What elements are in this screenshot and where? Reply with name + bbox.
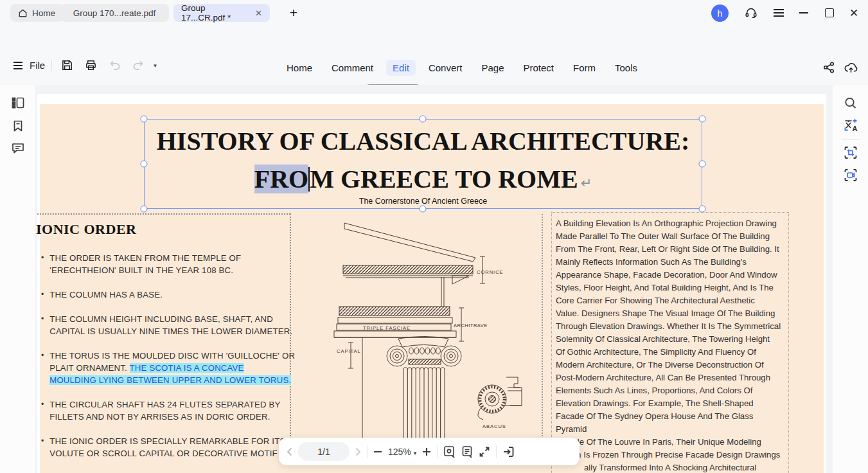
pdf-page: HISTORY OF CLASSICAL ARCHITECTURE: FROM … xyxy=(37,94,826,473)
titlebar: Home Group 170...reate.pdf Group 17...CR… xyxy=(0,0,868,26)
toolbar: Edit All xyxy=(0,55,868,85)
resize-handle-ne[interactable] xyxy=(699,116,706,123)
svg-text:A: A xyxy=(852,125,857,132)
avatar[interactable]: h xyxy=(711,4,729,22)
elevation-text-line: Elements Such As Lines, Proportions, And… xyxy=(556,384,784,397)
bullet-marker: • xyxy=(41,435,44,460)
divider xyxy=(437,445,438,458)
search-icon[interactable] xyxy=(844,96,857,110)
hamburger-menu-icon[interactable] xyxy=(773,8,784,18)
thumbnails-panel-icon[interactable] xyxy=(12,96,24,109)
left-column-top-border xyxy=(37,213,290,215)
comments-panel-icon[interactable] xyxy=(12,142,24,154)
minimize-button[interactable] xyxy=(799,12,808,13)
chevron-down-icon: ▾ xyxy=(414,450,417,456)
elevation-text-block[interactable]: A Building Elevation Is An Orthographic … xyxy=(556,217,784,473)
bullet-item: •THE ORDER IS TAKEN FROM THE TEMPLE OF'E… xyxy=(41,252,298,276)
elevation-text-line: Solemnity Of Classical Architecture, The… xyxy=(556,333,784,346)
resize-handle-nw[interactable] xyxy=(141,116,148,123)
crop-capture-icon[interactable] xyxy=(844,146,857,159)
paragraph-return-mark: ↵ xyxy=(581,175,592,190)
pdf-editor-window: Home Group 170...reate.pdf Group 17...CR… xyxy=(0,0,868,473)
previous-page-button[interactable] xyxy=(287,447,292,456)
right-sidebar: A xyxy=(833,85,868,473)
page-layout-button[interactable] xyxy=(461,445,473,458)
divider xyxy=(496,445,497,458)
elevation-text-line: Appearance Shape, Facade Decoration, Doo… xyxy=(556,269,784,281)
elevation-text-line: Made Parallel To The Outer Wall Surface … xyxy=(556,230,784,243)
page-number-input[interactable]: 1/1 xyxy=(298,442,350,461)
volute-right xyxy=(441,346,461,366)
resize-handle-se[interactable] xyxy=(699,206,706,213)
tab-label: Group 170...reate.pdf xyxy=(73,8,155,18)
page-indicator: 1/1 xyxy=(317,447,330,457)
bullet-item: •THE CIRCULAR SHAFT HAS 24 FLUTES SEPARA… xyxy=(41,398,298,423)
resize-handle-s[interactable] xyxy=(420,206,427,213)
elevation-text-line: Styles, Floor Height, And Total Building… xyxy=(556,281,784,294)
bookmarks-panel-icon[interactable] xyxy=(12,120,24,132)
ionic-bullet-list[interactable]: •THE ORDER IS TAKEN FROM THE TEMPLE OF'E… xyxy=(41,252,298,472)
label-abacus: ABACUS xyxy=(483,424,506,429)
bullet-item: •THE IONIC ORDER IS SPECIALLY REMARKABLE… xyxy=(41,435,298,460)
maximize-button[interactable] xyxy=(825,8,834,17)
title-line-2: FROM GREECE TO ROME↵ xyxy=(146,160,700,202)
highlighted-text: THE SCOTIA IS A CONCAVE xyxy=(130,363,244,373)
label-architrave: ARCHITRAVE xyxy=(454,323,488,328)
tab-label: Home xyxy=(32,8,55,18)
pagination-toolbar: 1/1 125% ▾ xyxy=(279,438,580,465)
volute-left xyxy=(387,346,407,366)
elevation-text-line: Core Carrier For Showing The Architectur… xyxy=(556,294,784,307)
egg-and-dart xyxy=(409,348,441,354)
bullet-item: •THE COLUMN HEIGHT INCLUDING BASE, SHAFT… xyxy=(41,313,298,337)
divider xyxy=(367,445,368,458)
exit-edit-mode-icon[interactable] xyxy=(502,446,515,458)
elevation-text-line: Of Gothic Architecture, The Simplicity A… xyxy=(556,346,784,359)
label-cornice: CORNICE xyxy=(477,269,504,275)
bullet-marker: • xyxy=(41,252,44,276)
elevation-text-line: Through Elevation Drawings. Whether It I… xyxy=(556,320,784,333)
bullet-marker: • xyxy=(41,313,44,337)
zoom-level-dropdown[interactable]: 125% ▾ xyxy=(388,447,416,457)
fullscreen-button[interactable] xyxy=(479,446,490,458)
elevation-text-line: A Building Elevation Is An Orthographic … xyxy=(556,217,784,230)
elevation-text-line: ally Transformed Into A Shocking Archite… xyxy=(584,461,784,473)
title-line-1: HISTORY OF CLASSICAL ARCHITECTURE: xyxy=(146,122,700,160)
ionic-order-heading[interactable]: IONIC ORDER xyxy=(36,221,136,238)
label-triple-fasciae: TRIPLE FASCIAE xyxy=(363,325,411,331)
ionic-column-drawing: CORNICE TRIPLE FASCIAE ARCHITRAVE CAPITA xyxy=(301,215,542,461)
highlighted-text: MOULDING LYING BETWEEN UPPER AND LOWER T… xyxy=(49,375,291,385)
close-button[interactable]: ✕ xyxy=(849,6,858,20)
resize-handle-e[interactable] xyxy=(699,161,706,168)
tab-document-2-active[interactable]: Group 17...CR.pdf * ✕ xyxy=(173,4,270,22)
label-capital: CAPITAL xyxy=(337,348,361,354)
elevation-text-line: From The Front, Rear, Left Or Right Side… xyxy=(556,243,784,256)
new-tab-button[interactable]: + xyxy=(285,4,302,21)
zoom-out-button[interactable] xyxy=(373,447,382,456)
abacus-detail xyxy=(478,377,522,420)
elevation-text-line: Post-Modern Architecture, All Can Be Pre… xyxy=(556,371,784,384)
tab-document-1[interactable]: Group 170...reate.pdf xyxy=(60,4,169,22)
workspace: A HISTORY OF CLASSICAL ARCHITE xyxy=(0,85,868,473)
document-title[interactable]: HISTORY OF CLASSICAL ARCHITECTURE: FROM … xyxy=(146,122,700,202)
translate-icon[interactable]: A xyxy=(844,118,858,132)
tab-close-icon[interactable]: ✕ xyxy=(255,8,262,18)
next-page-button[interactable] xyxy=(355,447,361,456)
middle-column-divider xyxy=(542,214,543,465)
text-selection: FRO xyxy=(254,165,308,193)
left-sidebar xyxy=(0,85,35,473)
zoom-in-button[interactable] xyxy=(422,447,431,456)
tab-label: Group 17...CR.pdf * xyxy=(181,3,247,22)
bullet-item: •THE TORUS IS THE MOULDED DISC WITH 'GUI… xyxy=(41,350,298,386)
document-subtitle[interactable]: The Cornerstone Of Ancient Greece xyxy=(146,197,700,206)
bullet-marker: • xyxy=(41,350,44,386)
avatar-initial: h xyxy=(718,8,723,19)
resize-handle-sw[interactable] xyxy=(141,206,148,213)
bullet-item: •THE COLUMN HAS A BASE. xyxy=(41,289,298,301)
screen-record-icon[interactable] xyxy=(844,168,857,182)
resize-handle-n[interactable] xyxy=(420,116,427,123)
elevation-text-line: Elevation Drawings. For Example, The She… xyxy=(556,397,784,410)
support-headset-icon[interactable] xyxy=(744,6,758,20)
elevation-text-line: Facade Of The Sydney Opera House And The… xyxy=(556,410,784,436)
tab-home[interactable]: Home xyxy=(10,4,63,22)
reading-preview-button[interactable] xyxy=(443,445,456,458)
